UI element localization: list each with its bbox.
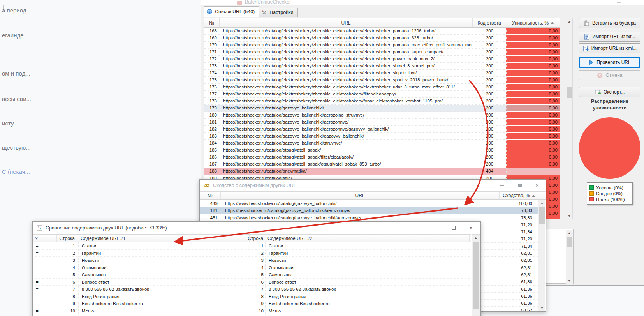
cancel-button: Отмена <box>579 70 640 80</box>
check-url-button[interactable]: Проверить URL <box>579 57 640 68</box>
row-url: https://www.bestshocker.ru/catalog/gazov… <box>221 214 500 221</box>
row-response-code: 200 <box>473 161 506 168</box>
diff-mark: = <box>33 257 57 264</box>
content-url-2: Вход Регистрация <box>265 293 470 300</box>
tab-settings-label: Настройки <box>269 10 293 15</box>
tab-settings[interactable]: Настройки <box>259 8 297 17</box>
comparison-window-titlebar[interactable]: 12 Сравнение содержимого двух URL (подоб… <box>33 222 480 234</box>
scroll-down-icon[interactable]: ▼ <box>538 305 545 311</box>
minimize-icon[interactable] <box>493 180 511 191</box>
column-header-url[interactable]: URL <box>220 18 473 27</box>
url-table-scrollbar[interactable]: ▲ ▼ <box>566 18 573 219</box>
row-response-code: 200 <box>473 56 506 63</box>
column-header-num[interactable]: № <box>200 192 221 199</box>
globe-icon <box>206 9 213 15</box>
table-row[interactable]: 175https://bestshocker.ru/catalog/elektr… <box>204 77 560 84</box>
table-row[interactable]: 177https://bestshocker.ru/catalog/elektr… <box>204 91 560 98</box>
scroll-down-icon[interactable]: ▼ <box>566 213 572 219</box>
column-header-line1[interactable]: Строка <box>57 235 78 242</box>
comparison-scrollbar[interactable]: ▲ <box>472 234 480 316</box>
row-number: 181 <box>200 207 221 214</box>
scroll-down-icon[interactable]: ▼ <box>566 277 573 284</box>
scrollbar-thumb[interactable] <box>539 207 545 224</box>
table-row[interactable]: =8Вход Регистрация8Вход Регистрация <box>33 293 471 300</box>
table-row[interactable]: 184https://bestshocker.ru/catalog/gazovy… <box>204 140 560 147</box>
row-response-code: 200 <box>473 147 506 154</box>
similarity-scrollbar[interactable]: ▲ ▼ <box>538 200 545 311</box>
table-row[interactable]: 171https://bestshocker.ru/catalog/elektr… <box>204 49 560 56</box>
table-row[interactable]: 176https://bestshocker.ru/catalog/elektr… <box>204 84 560 91</box>
table-row[interactable]: =3Новости3Новости <box>33 257 471 264</box>
scroll-up-icon[interactable]: ▲ <box>472 235 480 241</box>
table-row[interactable]: =9Bestshocker ru Bestshocker ru9Bestshoc… <box>33 300 471 307</box>
diff-mark: = <box>33 279 57 286</box>
table-row[interactable]: 183https://bestshocker.ru/catalog/gazovy… <box>204 133 560 140</box>
export-button[interactable]: Экспорт... <box>579 87 640 97</box>
column-header-diff[interactable]: ? <box>33 235 57 242</box>
list-item[interactable]: 181https://bestshocker.ru/catalog/gazovy… <box>200 207 538 214</box>
table-row[interactable]: =1Статьи1Статьи <box>33 242 471 250</box>
table-row[interactable]: 188https://bestshocker.ru/catalog/pnevma… <box>204 168 560 175</box>
scrollbar-thumb[interactable] <box>567 87 572 98</box>
log-list-scrollbar[interactable]: ▲ ▼ <box>566 230 573 284</box>
minimize-icon[interactable] <box>427 222 445 234</box>
background-text: исту <box>2 120 14 127</box>
column-header-code[interactable]: Код ответа <box>473 18 506 27</box>
tab-url-list[interactable]: Список URL (540) <box>204 6 259 17</box>
table-row[interactable]: =4О компании4О компании <box>33 264 471 272</box>
table-row[interactable]: 169https://bestshocker.ru/catalog/elektr… <box>204 35 560 42</box>
table-row[interactable]: 172https://bestshocker.ru/catalog/elektr… <box>204 56 560 63</box>
table-row[interactable]: 182https://bestshocker.ru/catalog/gazovy… <box>204 126 560 133</box>
scroll-up-icon[interactable]: ▲ <box>566 18 572 25</box>
line-number-1: 10 <box>57 307 78 315</box>
table-row[interactable]: 186https://bestshocker.ru/catalog/otpugi… <box>204 154 560 161</box>
table-row[interactable]: 168https://bestshocker.ru/catalog/elektr… <box>204 28 560 35</box>
scroll-up-icon[interactable]: ▲ <box>566 230 573 236</box>
maximize-icon[interactable] <box>445 222 462 234</box>
table-row[interactable]: 178https://bestshocker.ru/catalog/elektr… <box>204 98 560 105</box>
table-row[interactable]: =10Меню10Меню <box>33 307 471 315</box>
column-header-content1[interactable]: Содержимое URL #1 <box>78 235 250 242</box>
column-header-num[interactable]: № <box>204 18 220 27</box>
table-row[interactable]: 187https://bestshocker.ru/catalog/otpugi… <box>204 161 560 168</box>
txt-file-icon <box>584 34 589 40</box>
row-response-code: 200 <box>473 133 506 140</box>
table-row[interactable]: 174https://bestshocker.ru/catalog/elektr… <box>204 70 560 77</box>
table-row[interactable]: 179https://bestshocker.ru/catalog/gazovy… <box>204 105 560 112</box>
import-url-txt-button[interactable]: Импорт URL из txt... <box>579 32 640 42</box>
table-row[interactable]: 173https://bestshocker.ru/catalog/elektr… <box>204 63 560 70</box>
column-header-line2[interactable]: Строка <box>250 235 265 242</box>
table-row[interactable]: =78 800 555 85 62 Заказать звонок78 800 … <box>33 286 471 293</box>
table-row[interactable]: 180https://bestshocker.ru/catalog/gazovy… <box>204 112 560 119</box>
sort-ascending-icon <box>551 22 554 24</box>
list-item[interactable]: 451https://www.bestshocker.ru/catalog/ga… <box>200 214 538 221</box>
column-header-content2[interactable]: Содержимое URL #2 <box>265 235 470 242</box>
row-url: https://bestshocker.ru/catalog/elektrosh… <box>220 84 473 91</box>
content-url-1: О компании <box>78 264 250 272</box>
column-header-similarity[interactable]: Сходство, % <box>500 192 538 199</box>
table-row[interactable]: 181https://bestshocker.ru/catalog/gazovy… <box>204 119 560 126</box>
scrollbar-thumb[interactable] <box>567 237 572 247</box>
import-url-xml-button[interactable]: Импорт URL из xml... <box>579 43 640 53</box>
pie-chart-title: Распределение уникальности <box>579 98 640 111</box>
list-item[interactable]: 449https://www.bestshocker.ru/catalog/ga… <box>200 200 538 207</box>
paste-from-clipboard-button[interactable]: Вставить из буфера <box>579 18 640 28</box>
table-row[interactable]: =6Вопрос ответ6Вопрос ответ <box>33 279 471 286</box>
column-header-url[interactable]: URL <box>221 192 500 199</box>
scroll-up-icon[interactable]: ▲ <box>538 200 545 206</box>
diff-mark: = <box>33 300 57 307</box>
table-row[interactable]: 170https://bestshocker.ru/catalog/elektr… <box>204 42 560 49</box>
column-header-uniqueness[interactable]: Уникальность, % <box>506 18 560 27</box>
table-row[interactable]: =2Гарантии2Гарантии <box>33 250 471 257</box>
maximize-icon[interactable] <box>637 1 640 4</box>
maximize-icon[interactable] <box>511 180 528 191</box>
table-row[interactable]: 185https://bestshocker.ru/catalog/otpugi… <box>204 147 560 154</box>
close-icon[interactable]: ✕ <box>462 222 480 234</box>
line-number-1: 3 <box>57 257 78 264</box>
scrollbar-thumb[interactable] <box>473 242 479 309</box>
minimize-icon[interactable] <box>617 2 621 3</box>
row-similarity: 62,81 <box>500 271 538 278</box>
background-link-text[interactable]: С (некач... <box>2 168 30 175</box>
close-icon[interactable]: ✕ <box>528 180 546 191</box>
table-row[interactable]: =5Самовывоз5Самовывоз <box>33 271 471 279</box>
